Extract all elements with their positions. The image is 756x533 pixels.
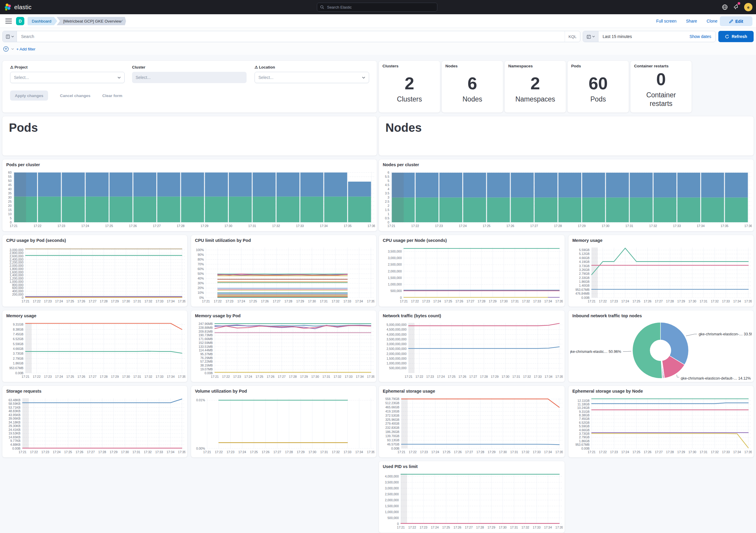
svg-text:17:21: 17:21 <box>22 375 29 379</box>
svg-text:90%: 90% <box>198 253 204 256</box>
svg-text:17:22: 17:22 <box>222 375 230 379</box>
pods-per-cluster-chart: 17:2117:2217:2317:2417:2517:2617:2717:28… <box>4 169 375 229</box>
svg-text:17:35: 17:35 <box>367 450 374 454</box>
panel-title: Inbound network traffic top nodes <box>569 310 754 318</box>
svg-text:2,500,000: 2,500,000 <box>388 263 402 266</box>
svg-text:2,600,000: 2,600,000 <box>10 254 23 258</box>
edit-button[interactable]: Edit <box>720 16 752 26</box>
svg-text:40: 40 <box>8 187 12 191</box>
metric-title: Clusters <box>379 61 440 68</box>
svg-text:17:35: 17:35 <box>367 375 374 379</box>
svg-text:10: 10 <box>8 212 12 216</box>
svg-text:17:34: 17:34 <box>167 375 175 379</box>
svg-text:76.29MB: 76.29MB <box>200 356 213 360</box>
svg-text:4,000,000,000: 4,000,000,000 <box>387 333 407 336</box>
svg-text:17:27: 17:27 <box>465 450 473 454</box>
breadcrumb-current-page[interactable]: [Metricbeat GCP] GKE Overview <box>57 17 126 25</box>
query-input[interactable] <box>17 34 565 39</box>
metric-value: 2 <box>530 75 540 92</box>
add-filter-button[interactable]: + Add filter <box>16 47 35 51</box>
svg-text:17:34: 17:34 <box>545 375 553 379</box>
notification-dot <box>738 2 740 5</box>
user-avatar[interactable]: e <box>744 3 752 11</box>
panel-title: CPU usage by Pod (seconds) <box>2 235 187 243</box>
panel-title: Volume utilization by Pod <box>191 386 376 394</box>
svg-text:17:35: 17:35 <box>178 299 185 303</box>
cluster-select[interactable]: Select... <box>132 72 247 83</box>
svg-text:17:24: 17:24 <box>433 299 441 303</box>
svg-text:17:32: 17:32 <box>711 299 718 303</box>
cancel-changes-button[interactable]: Cancel changes <box>60 94 91 98</box>
notifications-icon[interactable] <box>733 3 740 11</box>
saved-query-menu-button[interactable] <box>3 31 17 42</box>
metric-panel-container-restarts: Container restarts 0Container restarts <box>631 61 691 112</box>
elastic-logo[interactable]: elastic <box>0 3 32 11</box>
svg-text:57.22MB: 57.22MB <box>200 360 213 363</box>
markdown-panel-pods: Pods <box>2 116 377 155</box>
filter-icon[interactable] <box>3 46 9 52</box>
svg-text:17:33: 17:33 <box>155 450 163 454</box>
svg-text:17:25: 17:25 <box>250 450 258 454</box>
svg-text:48.83KB: 48.83KB <box>9 409 20 413</box>
help-globe-icon[interactable] <box>721 4 728 11</box>
menu-icon[interactable] <box>5 19 12 23</box>
panel-title: CPU limit utilization by Pod <box>191 235 376 243</box>
svg-text:953.67MB: 953.67MB <box>9 366 23 370</box>
svg-text:17:22: 17:22 <box>411 299 418 303</box>
svg-text:17:30: 17:30 <box>499 525 506 529</box>
svg-text:400,000: 400,000 <box>12 289 23 293</box>
dashboard-canvas: ⚠Project Select... Cluster Select... ⚠Lo… <box>0 55 756 533</box>
svg-text:17:23: 17:23 <box>422 299 430 303</box>
refresh-button[interactable]: Refresh <box>718 31 754 42</box>
svg-text:17:28: 17:28 <box>666 450 674 454</box>
show-dates-button[interactable]: Show dates <box>689 34 716 39</box>
share-button[interactable]: Share <box>686 19 697 23</box>
svg-text:17:27: 17:27 <box>530 224 538 228</box>
svg-text:17:23: 17:23 <box>58 224 65 228</box>
svg-text:17:23: 17:23 <box>610 450 618 454</box>
svg-text:17:32: 17:32 <box>522 450 529 454</box>
svg-text:3.73GB: 3.73GB <box>13 352 23 355</box>
svg-text:17:26: 17:26 <box>76 450 83 454</box>
metric-label: Namespaces <box>515 95 555 103</box>
svg-text:4.19GB: 4.19GB <box>579 260 589 264</box>
panel-cpu-usage-by-pod: CPU usage by Pod (seconds) 17:2117:2217:… <box>2 235 187 307</box>
svg-text:17:28: 17:28 <box>285 450 293 454</box>
svg-text:4.88KB: 4.88KB <box>11 443 20 446</box>
clone-button[interactable]: Clone <box>707 19 717 23</box>
svg-text:17:32: 17:32 <box>144 450 151 454</box>
dashboard-app-icon[interactable]: D <box>16 17 24 25</box>
metric-title: Pods <box>568 61 629 68</box>
svg-text:2,000,000: 2,000,000 <box>385 498 399 502</box>
edit-button-label: Edit <box>735 19 743 24</box>
svg-text:1,000,000: 1,000,000 <box>10 280 23 283</box>
breadcrumb-dashboard[interactable]: Dashboard <box>28 17 57 25</box>
svg-text:17:25: 17:25 <box>66 299 74 303</box>
location-select[interactable]: Select... <box>255 72 369 83</box>
svg-text:17:21: 17:21 <box>19 450 26 454</box>
chevron-down-icon[interactable] <box>11 48 14 50</box>
svg-text:17:33: 17:33 <box>156 375 164 379</box>
project-select[interactable]: Select... <box>10 72 124 83</box>
svg-text:17:29: 17:29 <box>201 224 208 228</box>
svg-text:9.31GB: 9.31GB <box>579 410 589 413</box>
svg-text:1: 1 <box>388 212 389 216</box>
apply-changes-button[interactable]: Apply changes <box>10 91 48 100</box>
query-language-button[interactable]: KQL <box>565 31 580 42</box>
svg-text:1,500,000: 1,500,000 <box>388 276 402 280</box>
full-screen-button[interactable]: Full screen <box>656 19 677 23</box>
svg-text:17:33: 17:33 <box>343 450 351 454</box>
global-search-input[interactable] <box>326 5 434 10</box>
global-search[interactable] <box>317 3 437 12</box>
svg-text:279.40GB: 279.40GB <box>386 422 399 425</box>
svg-text:1,400,000: 1,400,000 <box>10 273 23 277</box>
markdown-panel-nodes: Nodes <box>379 116 754 155</box>
time-range-value[interactable]: Last 15 minutes <box>599 34 689 39</box>
svg-text:17:22: 17:22 <box>599 450 607 454</box>
pods-section-heading: Pods <box>2 116 377 139</box>
svg-text:2,000,000: 2,000,000 <box>388 269 402 273</box>
clear-form-button[interactable]: Clear form <box>102 94 122 98</box>
svg-text:1,600,000: 1,600,000 <box>10 270 23 274</box>
date-quick-select-button[interactable] <box>583 31 599 42</box>
svg-text:17:28: 17:28 <box>666 299 674 303</box>
